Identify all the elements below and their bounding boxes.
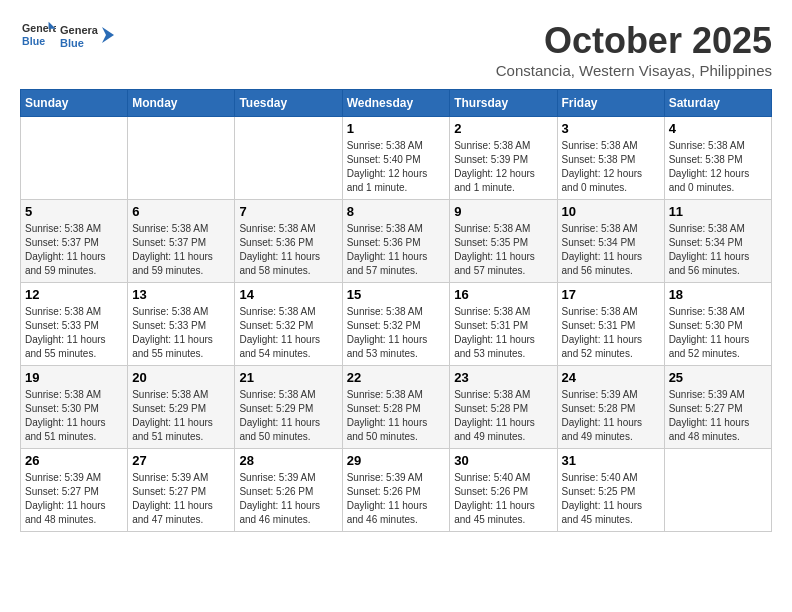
day-number: 7 bbox=[239, 204, 337, 219]
calendar-cell: 22Sunrise: 5:38 AM Sunset: 5:28 PM Dayli… bbox=[342, 366, 450, 449]
day-number: 16 bbox=[454, 287, 552, 302]
day-info: Sunrise: 5:39 AM Sunset: 5:27 PM Dayligh… bbox=[25, 471, 123, 527]
day-number: 30 bbox=[454, 453, 552, 468]
calendar-cell: 15Sunrise: 5:38 AM Sunset: 5:32 PM Dayli… bbox=[342, 283, 450, 366]
calendar-cell: 17Sunrise: 5:38 AM Sunset: 5:31 PM Dayli… bbox=[557, 283, 664, 366]
day-number: 19 bbox=[25, 370, 123, 385]
weekday-header-monday: Monday bbox=[128, 90, 235, 117]
day-info: Sunrise: 5:38 AM Sunset: 5:34 PM Dayligh… bbox=[562, 222, 660, 278]
day-number: 8 bbox=[347, 204, 446, 219]
day-number: 23 bbox=[454, 370, 552, 385]
day-number: 3 bbox=[562, 121, 660, 136]
logo-general: General bbox=[60, 24, 98, 36]
day-number: 2 bbox=[454, 121, 552, 136]
title-block: October 2025 Constancia, Western Visayas… bbox=[496, 20, 772, 79]
day-info: Sunrise: 5:38 AM Sunset: 5:35 PM Dayligh… bbox=[454, 222, 552, 278]
day-info: Sunrise: 5:38 AM Sunset: 5:28 PM Dayligh… bbox=[347, 388, 446, 444]
logo-bird-icon: General Blue bbox=[60, 20, 98, 50]
day-number: 22 bbox=[347, 370, 446, 385]
weekday-header-sunday: Sunday bbox=[21, 90, 128, 117]
day-number: 25 bbox=[669, 370, 767, 385]
day-info: Sunrise: 5:40 AM Sunset: 5:25 PM Dayligh… bbox=[562, 471, 660, 527]
calendar-cell bbox=[21, 117, 128, 200]
weekday-header-row: SundayMondayTuesdayWednesdayThursdayFrid… bbox=[21, 90, 772, 117]
day-info: Sunrise: 5:38 AM Sunset: 5:40 PM Dayligh… bbox=[347, 139, 446, 195]
calendar-week-1: 1Sunrise: 5:38 AM Sunset: 5:40 PM Daylig… bbox=[21, 117, 772, 200]
location: Constancia, Western Visayas, Philippines bbox=[496, 62, 772, 79]
calendar-cell: 20Sunrise: 5:38 AM Sunset: 5:29 PM Dayli… bbox=[128, 366, 235, 449]
day-number: 9 bbox=[454, 204, 552, 219]
calendar-cell: 14Sunrise: 5:38 AM Sunset: 5:32 PM Dayli… bbox=[235, 283, 342, 366]
calendar-cell: 6Sunrise: 5:38 AM Sunset: 5:37 PM Daylig… bbox=[128, 200, 235, 283]
calendar-cell: 8Sunrise: 5:38 AM Sunset: 5:36 PM Daylig… bbox=[342, 200, 450, 283]
calendar-cell bbox=[235, 117, 342, 200]
calendar-cell bbox=[128, 117, 235, 200]
day-info: Sunrise: 5:38 AM Sunset: 5:38 PM Dayligh… bbox=[669, 139, 767, 195]
weekday-header-saturday: Saturday bbox=[664, 90, 771, 117]
calendar-cell: 10Sunrise: 5:38 AM Sunset: 5:34 PM Dayli… bbox=[557, 200, 664, 283]
page-header: General Blue General Blue October 2025 C… bbox=[20, 20, 772, 79]
day-number: 20 bbox=[132, 370, 230, 385]
svg-text:Blue: Blue bbox=[22, 35, 45, 47]
calendar-cell: 5Sunrise: 5:38 AM Sunset: 5:37 PM Daylig… bbox=[21, 200, 128, 283]
day-info: Sunrise: 5:38 AM Sunset: 5:36 PM Dayligh… bbox=[239, 222, 337, 278]
day-number: 29 bbox=[347, 453, 446, 468]
day-number: 28 bbox=[239, 453, 337, 468]
day-info: Sunrise: 5:38 AM Sunset: 5:29 PM Dayligh… bbox=[239, 388, 337, 444]
calendar-cell: 12Sunrise: 5:38 AM Sunset: 5:33 PM Dayli… bbox=[21, 283, 128, 366]
calendar-cell: 30Sunrise: 5:40 AM Sunset: 5:26 PM Dayli… bbox=[450, 449, 557, 532]
calendar-cell: 11Sunrise: 5:38 AM Sunset: 5:34 PM Dayli… bbox=[664, 200, 771, 283]
day-number: 10 bbox=[562, 204, 660, 219]
calendar-cell: 9Sunrise: 5:38 AM Sunset: 5:35 PM Daylig… bbox=[450, 200, 557, 283]
calendar-week-3: 12Sunrise: 5:38 AM Sunset: 5:33 PM Dayli… bbox=[21, 283, 772, 366]
day-number: 1 bbox=[347, 121, 446, 136]
day-number: 4 bbox=[669, 121, 767, 136]
calendar-cell: 4Sunrise: 5:38 AM Sunset: 5:38 PM Daylig… bbox=[664, 117, 771, 200]
calendar-cell: 21Sunrise: 5:38 AM Sunset: 5:29 PM Dayli… bbox=[235, 366, 342, 449]
calendar-cell: 24Sunrise: 5:39 AM Sunset: 5:28 PM Dayli… bbox=[557, 366, 664, 449]
day-info: Sunrise: 5:38 AM Sunset: 5:33 PM Dayligh… bbox=[25, 305, 123, 361]
day-info: Sunrise: 5:38 AM Sunset: 5:32 PM Dayligh… bbox=[239, 305, 337, 361]
weekday-header-friday: Friday bbox=[557, 90, 664, 117]
calendar-body: 1Sunrise: 5:38 AM Sunset: 5:40 PM Daylig… bbox=[21, 117, 772, 532]
day-info: Sunrise: 5:39 AM Sunset: 5:28 PM Dayligh… bbox=[562, 388, 660, 444]
day-number: 24 bbox=[562, 370, 660, 385]
day-number: 13 bbox=[132, 287, 230, 302]
day-number: 12 bbox=[25, 287, 123, 302]
calendar-week-5: 26Sunrise: 5:39 AM Sunset: 5:27 PM Dayli… bbox=[21, 449, 772, 532]
calendar-week-4: 19Sunrise: 5:38 AM Sunset: 5:30 PM Dayli… bbox=[21, 366, 772, 449]
day-info: Sunrise: 5:38 AM Sunset: 5:37 PM Dayligh… bbox=[132, 222, 230, 278]
calendar-cell: 25Sunrise: 5:39 AM Sunset: 5:27 PM Dayli… bbox=[664, 366, 771, 449]
calendar-cell: 26Sunrise: 5:39 AM Sunset: 5:27 PM Dayli… bbox=[21, 449, 128, 532]
calendar-cell: 18Sunrise: 5:38 AM Sunset: 5:30 PM Dayli… bbox=[664, 283, 771, 366]
calendar-cell: 31Sunrise: 5:40 AM Sunset: 5:25 PM Dayli… bbox=[557, 449, 664, 532]
day-info: Sunrise: 5:39 AM Sunset: 5:27 PM Dayligh… bbox=[669, 388, 767, 444]
weekday-header-thursday: Thursday bbox=[450, 90, 557, 117]
day-info: Sunrise: 5:38 AM Sunset: 5:29 PM Dayligh… bbox=[132, 388, 230, 444]
day-info: Sunrise: 5:38 AM Sunset: 5:36 PM Dayligh… bbox=[347, 222, 446, 278]
logo-icon: General Blue bbox=[20, 20, 56, 50]
day-info: Sunrise: 5:38 AM Sunset: 5:34 PM Dayligh… bbox=[669, 222, 767, 278]
day-info: Sunrise: 5:39 AM Sunset: 5:27 PM Dayligh… bbox=[132, 471, 230, 527]
calendar-cell bbox=[664, 449, 771, 532]
calendar-cell: 3Sunrise: 5:38 AM Sunset: 5:38 PM Daylig… bbox=[557, 117, 664, 200]
day-number: 21 bbox=[239, 370, 337, 385]
day-number: 14 bbox=[239, 287, 337, 302]
day-info: Sunrise: 5:38 AM Sunset: 5:38 PM Dayligh… bbox=[562, 139, 660, 195]
logo-blue: Blue bbox=[60, 37, 84, 49]
day-info: Sunrise: 5:40 AM Sunset: 5:26 PM Dayligh… bbox=[454, 471, 552, 527]
day-number: 26 bbox=[25, 453, 123, 468]
month-title: October 2025 bbox=[496, 20, 772, 62]
calendar-cell: 7Sunrise: 5:38 AM Sunset: 5:36 PM Daylig… bbox=[235, 200, 342, 283]
day-info: Sunrise: 5:38 AM Sunset: 5:30 PM Dayligh… bbox=[25, 388, 123, 444]
day-info: Sunrise: 5:38 AM Sunset: 5:37 PM Dayligh… bbox=[25, 222, 123, 278]
logo: General Blue General Blue bbox=[20, 20, 118, 50]
day-number: 18 bbox=[669, 287, 767, 302]
day-number: 31 bbox=[562, 453, 660, 468]
day-info: Sunrise: 5:38 AM Sunset: 5:31 PM Dayligh… bbox=[454, 305, 552, 361]
day-number: 5 bbox=[25, 204, 123, 219]
calendar-cell: 1Sunrise: 5:38 AM Sunset: 5:40 PM Daylig… bbox=[342, 117, 450, 200]
calendar-cell: 13Sunrise: 5:38 AM Sunset: 5:33 PM Dayli… bbox=[128, 283, 235, 366]
day-info: Sunrise: 5:39 AM Sunset: 5:26 PM Dayligh… bbox=[239, 471, 337, 527]
day-info: Sunrise: 5:38 AM Sunset: 5:39 PM Dayligh… bbox=[454, 139, 552, 195]
